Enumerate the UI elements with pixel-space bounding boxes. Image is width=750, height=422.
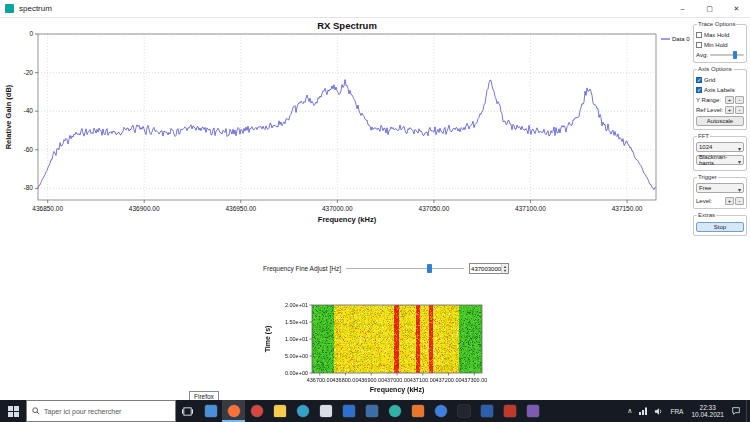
taskbar-clock[interactable]: 22:33 10.04.2021 — [687, 404, 728, 419]
min-hold-checkbox[interactable] — [696, 42, 702, 48]
taskbar-app-store[interactable] — [314, 400, 337, 422]
waterfall-axes: 436700.00436800.00436900.00437000.004371… — [262, 300, 512, 402]
taskbar-app-app-blue-3[interactable] — [475, 400, 498, 422]
app-teal-icon — [389, 405, 401, 417]
panel-group-extras: ExtrasStop — [693, 215, 747, 236]
start-button[interactable] — [0, 400, 26, 422]
taskbar-app-app-blue-1[interactable] — [337, 400, 360, 422]
ref-level-decrease-button[interactable]: - — [735, 106, 744, 114]
action-center-icon[interactable] — [728, 406, 744, 416]
taskbar-app-app-purple[interactable] — [521, 400, 544, 422]
show-desktop-button[interactable] — [746, 400, 750, 422]
language-indicator[interactable]: FRA — [666, 408, 687, 415]
window-titlebar: spectrum – ▢ ✕ — [0, 0, 750, 18]
fine-adjust-slider-handle[interactable] — [427, 264, 432, 273]
search-icon — [32, 407, 40, 415]
y-range-increase-button[interactable]: + — [725, 96, 734, 104]
clock-time: 22:33 — [691, 404, 724, 412]
panel-row: Min Hold — [695, 40, 745, 49]
panel-row: Ref Level:+- — [695, 105, 745, 114]
panel-label: Min Hold — [704, 42, 728, 48]
mail-app-icon — [205, 405, 217, 417]
tray-expand-icon[interactable]: ∧ — [623, 407, 636, 415]
panel-label: Level: — [696, 198, 712, 204]
taskbar-app-photos[interactable] — [360, 400, 383, 422]
svg-text:2.00e+01: 2.00e+01 — [285, 302, 308, 308]
y-range-decrease-button[interactable]: - — [735, 96, 744, 104]
combo-free[interactable]: Free — [696, 183, 744, 193]
combo-value: 1024 — [699, 144, 712, 150]
window-title: spectrum — [19, 4, 52, 13]
taskbar-search[interactable]: Taper ici pour rechercher — [26, 400, 176, 422]
svg-text:437300.00: 437300.00 — [461, 377, 487, 383]
taskbar-app-app-teal[interactable] — [383, 400, 406, 422]
app-blue-3-icon — [481, 405, 493, 417]
task-view-button[interactable] — [176, 400, 199, 422]
panel-label: Axis Labels — [704, 87, 735, 93]
panel-group-title: Axis Options — [697, 66, 733, 72]
taskbar-app-browser-red[interactable] — [245, 400, 268, 422]
app-window: 436850.00436900.00436950.00437000.004370… — [0, 18, 750, 400]
avg-slider-handle[interactable] — [733, 51, 737, 59]
spinbox-arrows-icon[interactable]: ▲▼ — [501, 264, 508, 273]
panel-group-title: FFT — [697, 133, 710, 139]
panel-group-title: Trace Options — [697, 21, 736, 27]
minimize-button[interactable]: – — [669, 0, 696, 17]
level-decrease-button[interactable]: - — [735, 197, 744, 205]
svg-text:436700.00: 436700.00 — [307, 377, 333, 383]
window-app-icon — [5, 4, 14, 13]
windows-logo-icon — [8, 406, 19, 417]
taskbar-app-app-orange[interactable] — [406, 400, 429, 422]
volume-icon[interactable] — [651, 407, 666, 416]
taskbar-app-app-blue-2[interactable] — [429, 400, 452, 422]
panel-label: Grid — [704, 77, 715, 83]
app-blue-2-icon — [435, 405, 447, 417]
browser-red-icon — [251, 405, 263, 417]
panel-group-title: Trigger — [697, 174, 718, 180]
svg-text:1.50e+01: 1.50e+01 — [285, 319, 308, 325]
file-explorer-icon — [274, 405, 286, 417]
combo-value: Blackman-harris — [699, 154, 741, 166]
max-hold-checkbox[interactable] — [696, 32, 702, 38]
taskbar-app-firefox[interactable] — [222, 400, 245, 422]
panel-row: Y Range:+- — [695, 95, 745, 104]
taskbar-app-file-explorer[interactable] — [268, 400, 291, 422]
grid-checkbox[interactable] — [696, 77, 702, 83]
network-icon[interactable] — [636, 407, 651, 415]
svg-text:-20: -20 — [24, 69, 34, 76]
level-increase-button[interactable]: + — [725, 197, 734, 205]
window-controls: – ▢ ✕ — [669, 0, 750, 17]
waterfall-chart: 436700.00436800.00436900.00437000.004371… — [262, 300, 512, 402]
taskbar-app-terminal[interactable] — [452, 400, 475, 422]
taskbar: Taper ici pour rechercher ∧ FRA 22:33 — [0, 400, 750, 422]
axis-labels-checkbox[interactable] — [696, 87, 702, 93]
taskbar-app-edge[interactable] — [291, 400, 314, 422]
taskbar-app-app-red-2[interactable] — [498, 400, 521, 422]
fine-adjust-slider[interactable] — [346, 262, 464, 275]
edge-icon — [297, 405, 309, 417]
avg-slider[interactable] — [710, 51, 744, 59]
panel-row: Level:+- — [695, 196, 745, 205]
panel-label: Avg: — [696, 52, 708, 58]
combo-value: Free — [699, 185, 711, 191]
svg-text:436900.00: 436900.00 — [129, 205, 160, 212]
stop-button[interactable]: Stop — [696, 222, 744, 232]
fine-adjust-spinbox[interactable]: 437003000 ▲▼ — [469, 263, 509, 274]
taskbar-app-mail-app[interactable] — [199, 400, 222, 422]
panel-row: Autoscale — [695, 115, 745, 126]
spectrum-control-panel: Trace OptionsMax HoldMin HoldAvg:Axis Op… — [693, 24, 747, 242]
close-button[interactable]: ✕ — [723, 0, 750, 17]
panel-row: Axis Labels — [695, 85, 745, 94]
svg-text:Time (s): Time (s) — [264, 326, 272, 353]
combo-1024[interactable]: 1024 — [696, 142, 744, 152]
task-view-icon — [182, 406, 193, 417]
svg-text:-60: -60 — [24, 146, 34, 153]
combo-blackman-harris[interactable]: Blackman-harris — [696, 155, 744, 165]
ref-level-increase-button[interactable]: + — [725, 106, 734, 114]
autoscale-button[interactable]: Autoscale — [696, 116, 744, 126]
fine-adjust-value[interactable]: 437003000 — [470, 266, 501, 272]
maximize-button[interactable]: ▢ — [696, 0, 723, 17]
panel-row: 1024 — [695, 142, 745, 154]
panel-row: Max Hold — [695, 30, 745, 39]
app-orange-icon — [412, 405, 424, 417]
